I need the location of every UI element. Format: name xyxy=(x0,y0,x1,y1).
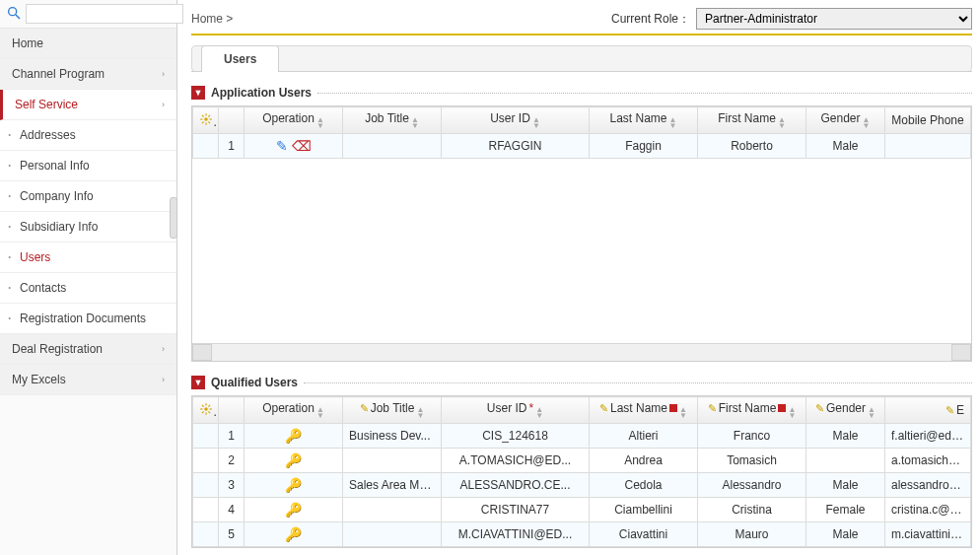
col-last-name[interactable]: ✎Last Name▲▼ xyxy=(590,397,698,424)
last-name-cell[interactable]: Altieri xyxy=(590,424,698,449)
sidebar-item-my-excels[interactable]: My Excels› xyxy=(0,365,176,395)
table-header-row: Operation▲▼ Job Title▲▼ User ID▲▼ Last N… xyxy=(193,107,971,134)
svg-line-19 xyxy=(208,404,210,406)
operation-cell: ✎⌫ xyxy=(245,134,343,159)
sidebar-item-registration-documents[interactable]: Registration Documents xyxy=(0,304,176,334)
last-name-cell[interactable]: Ciavattini xyxy=(590,522,698,547)
sidebar-item-home[interactable]: Home xyxy=(0,29,176,59)
sidebar-nav: HomeChannel Program›Self Service›Address… xyxy=(0,29,176,395)
email-cell[interactable]: alessandro.ced xyxy=(885,473,971,498)
gender-cell[interactable]: Male xyxy=(806,522,885,547)
row-number: 1 xyxy=(219,134,245,159)
table-row[interactable]: 1🔑Business Dev...CIS_124618AltieriFranco… xyxy=(193,424,971,449)
table-row[interactable]: 1✎⌫RFAGGINFagginRobertoMale xyxy=(193,134,971,159)
key-icon[interactable]: 🔑 xyxy=(285,526,302,542)
last-name-cell[interactable]: Andrea xyxy=(590,449,698,473)
operation-cell: 🔑 xyxy=(245,498,343,522)
edit-icon[interactable]: ✎ xyxy=(276,138,288,154)
gear-column[interactable] xyxy=(193,107,219,134)
sidebar-item-label: Subsidiary Info xyxy=(20,220,98,234)
sidebar-item-label: My Excels xyxy=(12,373,66,386)
job-title-cell[interactable]: Sales Area Ma... xyxy=(343,473,442,498)
search-input[interactable] xyxy=(26,4,183,24)
chevron-right-icon: › xyxy=(162,344,165,354)
search-icon[interactable] xyxy=(6,5,22,24)
section-qualified-users: ▼ Qualified Users xyxy=(191,376,972,389)
first-name-cell[interactable]: Cristina xyxy=(698,498,806,522)
col-operation[interactable]: Operation▲▼ xyxy=(245,107,343,134)
table-row[interactable]: 5🔑M.CIAVATTINI@ED...CiavattiniMauroMalem… xyxy=(193,522,971,547)
table-row[interactable]: 2🔑A.TOMASICH@ED...AndreaTomasicha.tomasi… xyxy=(193,449,971,473)
email-cell[interactable]: a.tomasich@ed xyxy=(885,449,971,473)
pencil-icon: ✎ xyxy=(945,404,954,416)
filter-active-icon[interactable] xyxy=(778,404,786,412)
key-icon[interactable]: 🔑 xyxy=(285,477,302,493)
table-row[interactable]: 4🔑CRISTINA77CiambelliniCristinaFemalecri… xyxy=(193,498,971,522)
section-title: Application Users xyxy=(211,86,312,100)
last-name-cell[interactable]: Cedola xyxy=(590,473,698,498)
filter-active-icon[interactable] xyxy=(669,404,677,412)
sidebar-item-users[interactable]: Users xyxy=(0,243,176,273)
sidebar-item-deal-registration[interactable]: Deal Registration› xyxy=(0,334,176,365)
svg-point-2 xyxy=(204,117,208,121)
collapse-toggle-icon[interactable]: ▼ xyxy=(191,376,205,389)
gender-cell[interactable]: Male xyxy=(806,473,885,498)
svg-line-10 xyxy=(208,114,210,116)
sidebar-item-company-info[interactable]: Company Info xyxy=(0,181,176,212)
job-title-cell[interactable] xyxy=(343,522,442,547)
col-gender[interactable]: Gender▲▼ xyxy=(806,107,885,134)
job-title-cell xyxy=(343,134,442,159)
col-user-id[interactable]: User ID▲▼ xyxy=(442,107,590,134)
col-operation[interactable]: Operation▲▼ xyxy=(245,397,343,424)
sidebar-item-personal-info[interactable]: Personal Info xyxy=(0,151,176,181)
first-name-cell[interactable]: Mauro xyxy=(698,522,806,547)
col-last-name[interactable]: Last Name▲▼ xyxy=(590,107,698,134)
key-icon[interactable]: 🔑 xyxy=(285,502,302,518)
collapse-toggle-icon[interactable]: ▼ xyxy=(191,86,205,100)
col-user-id[interactable]: User ID*▲▼ xyxy=(442,397,590,424)
col-job-title[interactable]: Job Title▲▼ xyxy=(343,107,442,134)
first-name-cell[interactable]: Alessandro xyxy=(698,473,806,498)
gear-column[interactable] xyxy=(193,397,219,424)
gear-icon[interactable] xyxy=(199,405,213,419)
job-title-cell[interactable]: Business Dev... xyxy=(343,424,442,449)
gender-cell[interactable]: Male xyxy=(806,424,885,449)
col-email[interactable]: ✎E xyxy=(885,397,971,424)
first-name-cell[interactable]: Tomasich xyxy=(698,449,806,473)
job-title-cell[interactable] xyxy=(343,449,442,473)
sidebar-item-channel-program[interactable]: Channel Program› xyxy=(0,59,176,90)
gender-cell[interactable]: Female xyxy=(806,498,885,522)
horizontal-scrollbar[interactable] xyxy=(192,343,971,361)
col-first-name[interactable]: ✎First Name▲▼ xyxy=(698,397,806,424)
col-mobile-phone[interactable]: Mobile Phone xyxy=(885,107,971,134)
last-name-cell[interactable]: Ciambellini xyxy=(590,498,698,522)
table-header-row: Operation▲▼ ✎Job Title▲▼ User ID*▲▼ ✎Las… xyxy=(193,397,971,424)
email-cell[interactable]: f.altieri@edslan xyxy=(885,424,971,449)
delete-icon[interactable]: ⌫ xyxy=(292,138,312,154)
gear-icon[interactable] xyxy=(199,115,213,129)
gender-cell[interactable] xyxy=(806,449,885,473)
current-role-label: Current Role： xyxy=(611,11,690,28)
breadcrumb[interactable]: Home > xyxy=(191,12,233,26)
col-first-name[interactable]: First Name▲▼ xyxy=(698,107,806,134)
first-name-cell[interactable]: Franco xyxy=(698,424,806,449)
tab-users[interactable]: Users xyxy=(201,45,279,72)
table-row[interactable]: 3🔑Sales Area Ma...ALESSANDRO.CE...Cedola… xyxy=(193,473,971,498)
sidebar-item-label: Contacts xyxy=(20,281,66,295)
sidebar-item-contacts[interactable]: Contacts xyxy=(0,273,176,304)
job-title-cell[interactable] xyxy=(343,498,442,522)
col-gender[interactable]: ✎Gender▲▼ xyxy=(806,397,885,424)
email-cell[interactable]: cristina.c@edsl xyxy=(885,498,971,522)
sidebar-item-label: Personal Info xyxy=(20,159,90,173)
email-cell[interactable]: m.ciavattini@ed xyxy=(885,522,971,547)
sidebar-item-addresses[interactable]: Addresses xyxy=(0,120,176,151)
row-number: 5 xyxy=(219,522,245,547)
sidebar-item-self-service[interactable]: Self Service› xyxy=(0,90,176,120)
role-select[interactable]: Partner-Administrator xyxy=(696,8,972,30)
sidebar-item-subsidiary-info[interactable]: Subsidiary Info xyxy=(0,212,176,243)
key-icon[interactable]: 🔑 xyxy=(285,452,302,468)
user-id-cell: M.CIAVATTINI@ED... xyxy=(442,522,590,547)
key-icon[interactable]: 🔑 xyxy=(285,428,302,444)
row-gear-cell xyxy=(193,424,219,449)
col-job-title[interactable]: ✎Job Title▲▼ xyxy=(343,397,442,424)
